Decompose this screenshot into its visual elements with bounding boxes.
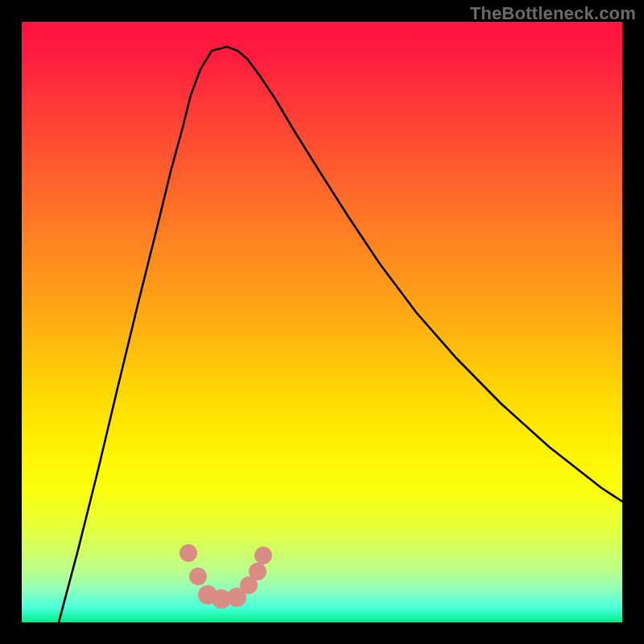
- dot-1: [180, 544, 197, 562]
- watermark-text: TheBottleneck.com: [470, 3, 636, 24]
- dot-8: [254, 547, 272, 564]
- dot-2: [189, 568, 207, 585]
- marker-group: [180, 544, 272, 609]
- plot-area: [22, 22, 622, 622]
- dot-7: [249, 563, 266, 580]
- outer-frame: TheBottleneck.com: [0, 0, 644, 644]
- bottleneck-curve: [59, 47, 622, 622]
- chart-svg: [22, 22, 622, 622]
